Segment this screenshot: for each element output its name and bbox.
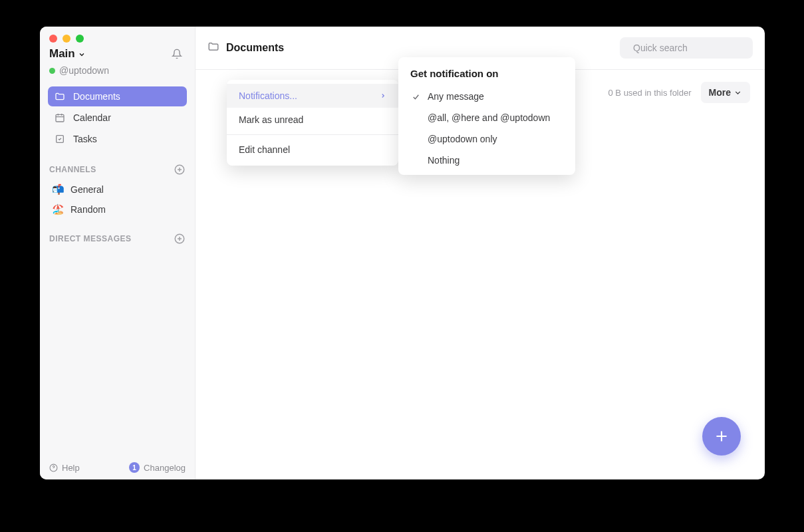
menu-item-label: Edit channel: [239, 144, 290, 155]
folder-icon: [55, 91, 65, 102]
svg-rect-0: [56, 114, 64, 122]
dm-label: DIRECT MESSAGES: [49, 234, 132, 243]
option-label: Nothing: [428, 155, 460, 166]
sidebar-item-label: Calendar: [73, 112, 111, 123]
menu-item-edit-channel[interactable]: Edit channel: [227, 138, 398, 162]
notifications-submenu: Get notification on Any message @all, @h…: [398, 57, 575, 175]
menu-item-label: Notifications...: [239, 90, 297, 101]
check-icon: [410, 92, 421, 101]
chevron-down-icon: [734, 88, 742, 97]
sidebar-item-tasks[interactable]: Tasks: [48, 129, 187, 149]
dm-section-header: DIRECT MESSAGES: [40, 219, 195, 249]
channel-random[interactable]: 🏖️ Random: [40, 200, 195, 219]
channel-general[interactable]: 📬 General: [40, 180, 195, 200]
changelog-badge: 1: [129, 462, 140, 473]
notif-option-mentions[interactable]: @all, @here and @uptodown: [398, 107, 575, 128]
window-controls: [49, 35, 84, 43]
app-window: Main @uptodown Documents: [40, 27, 765, 479]
task-icon: [55, 134, 65, 144]
notif-option-any-message[interactable]: Any message: [398, 86, 575, 107]
primary-nav: Documents Calendar Tasks: [40, 80, 195, 150]
option-label: @all, @here and @uptodown: [428, 112, 550, 123]
sidebar: Main @uptodown Documents: [40, 27, 196, 479]
search-field[interactable]: [620, 37, 753, 59]
plus-circle-icon: [174, 164, 186, 176]
menu-item-label: Mark as unread: [239, 114, 303, 125]
sidebar-item-calendar[interactable]: Calendar: [48, 108, 187, 128]
search-input[interactable]: [633, 43, 749, 53]
channels-section-header: CHANNELS: [40, 150, 195, 180]
notifications-button[interactable]: [168, 45, 186, 63]
channel-label: Random: [70, 204, 106, 215]
help-button[interactable]: Help: [49, 463, 80, 473]
notif-option-uptodown-only[interactable]: @uptodown only: [398, 128, 575, 150]
channels-label: CHANNELS: [49, 165, 96, 174]
add-dm-button[interactable]: [174, 233, 186, 245]
bell-icon: [172, 49, 182, 59]
workspace-switcher[interactable]: Main: [49, 47, 86, 61]
submenu-title: Get notification on: [398, 65, 575, 86]
add-channel-button[interactable]: [174, 164, 186, 176]
channel-label: General: [70, 184, 104, 195]
sidebar-item-documents[interactable]: Documents: [48, 86, 187, 106]
presence-indicator: [49, 68, 55, 74]
sidebar-item-label: Tasks: [73, 134, 97, 144]
channel-emoji: 🏖️: [52, 203, 64, 215]
chevron-right-icon: [380, 90, 386, 101]
create-button[interactable]: [702, 417, 741, 456]
minimize-window-button[interactable]: [63, 35, 70, 43]
folder-usage-text: 0 B used in this folder: [608, 88, 692, 98]
help-label: Help: [62, 463, 80, 473]
help-icon: [49, 464, 58, 472]
calendar-icon: [55, 112, 65, 123]
changelog-label: Changelog: [144, 463, 186, 473]
chevron-down-icon: [78, 51, 86, 59]
breadcrumb[interactable]: Documents: [207, 41, 284, 55]
sidebar-item-label: Documents: [73, 91, 120, 102]
workspace-name: Main: [49, 47, 75, 61]
workspace-row: Main: [49, 45, 186, 63]
more-label: More: [709, 87, 731, 98]
menu-divider: [227, 134, 398, 135]
channel-context-menu: Notifications... Mark as unread Edit cha…: [227, 80, 398, 166]
plus-circle-icon: [174, 233, 186, 245]
sidebar-footer: Help 1 Changelog: [40, 456, 195, 479]
more-button[interactable]: More: [701, 82, 750, 103]
channel-emoji: 📬: [52, 184, 64, 196]
folder-icon: [207, 41, 219, 55]
menu-item-mark-unread[interactable]: Mark as unread: [227, 108, 398, 132]
menu-item-notifications[interactable]: Notifications...: [227, 84, 398, 108]
user-status[interactable]: @uptodown: [49, 65, 186, 76]
option-label: @uptodown only: [428, 134, 497, 144]
close-window-button[interactable]: [49, 35, 57, 43]
maximize-window-button[interactable]: [76, 35, 84, 43]
notif-option-nothing[interactable]: Nothing: [398, 150, 575, 171]
changelog-button[interactable]: 1 Changelog: [129, 462, 186, 473]
breadcrumb-label: Documents: [226, 42, 284, 54]
option-label: Any message: [428, 91, 484, 102]
plus-icon: [713, 428, 730, 445]
username: @uptodown: [59, 65, 109, 76]
